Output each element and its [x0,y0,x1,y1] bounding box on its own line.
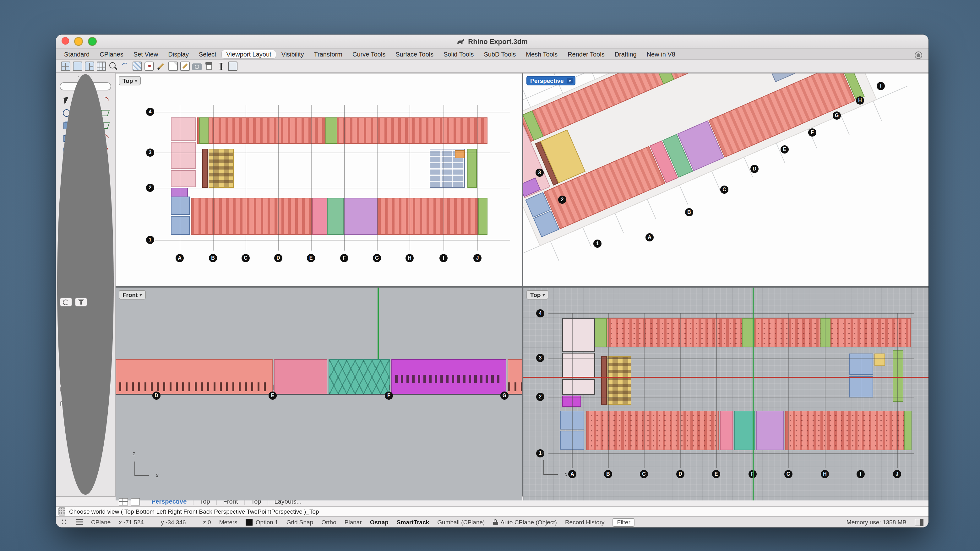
viewport-3pane-icon[interactable] [85,61,94,71]
plan-zone [720,411,733,450]
status-grid-icon[interactable] [61,519,68,526]
title-bar[interactable]: Rhino Export.3dm [56,35,929,49]
viewport-layout-toggle-icon[interactable] [119,498,128,505]
axis-horizontal-label: x [565,472,567,477]
status-toggle[interactable]: Osnap [370,519,388,526]
menu-tab[interactable]: SubD Tools [479,50,520,58]
menu-tab[interactable]: Visibility [277,50,309,58]
circle-center-icon[interactable] [145,61,154,71]
menu-tab[interactable]: Curve Tools [348,50,390,58]
grid-label-bubble: G [833,111,841,120]
menu-tab[interactable]: Select [194,50,221,58]
status-toggle[interactable]: Gumball (CPlane) [437,519,485,526]
status-toggle[interactable]: Filter [613,518,635,527]
osnap-gear-icon[interactable] [103,287,111,295]
status-toggle[interactable]: Auto CPlane (Object) [493,519,557,526]
menu-tab[interactable]: Render Tools [563,50,609,58]
grid-line [444,105,444,251]
grid-line [213,105,213,251]
viewport-title-badge[interactable]: Top ▾ [527,290,549,300]
plan-zone [601,356,607,405]
elevation-segment [391,359,506,394]
layer-menu[interactable]: Option 1 [256,519,278,526]
viewport-front[interactable]: DEFG z x Front ▾ [116,287,522,500]
plan-zone [566,318,911,347]
cplane-menu[interactable]: CPlane [91,519,111,526]
new-page-icon[interactable] [169,61,178,71]
viewport-title-badge[interactable]: Top ▾ [119,76,141,86]
floor-plan-top [116,73,522,286]
panel-toggle-icon[interactable] [915,518,923,526]
menu-tab[interactable]: Set View [129,50,163,58]
grid-line [716,313,717,468]
units-menu[interactable]: Meters [219,519,237,526]
menu-tab[interactable]: Viewport Layout [222,50,276,58]
menu-tab[interactable]: Surface Tools [391,50,438,58]
osnap-filter-button[interactable] [75,298,88,306]
status-bar: CPlane x -71.524 y -34.346 z 0 Meters Op… [56,516,929,527]
plan-zone [478,198,487,235]
grid-label-bubble: D [152,392,161,400]
status-list-icon[interactable] [76,519,83,525]
viewport-perspective[interactable]: IHGFEDCBA 321 Perspective ▾ [523,73,929,286]
grid-label-bubble: G [373,254,381,262]
menu-tab[interactable]: Display [164,50,193,58]
grid-label-bubble: B [685,208,693,216]
hatch-icon[interactable] [132,61,142,71]
camera-icon[interactable] [192,63,202,70]
status-toggle[interactable]: Grid Snap [286,519,313,526]
grid-label-bubble: A [176,254,184,262]
grid-label-bubble: E [307,254,315,262]
plan-zone [455,150,465,158]
viewport-4pane-icon[interactable] [61,61,70,71]
grid-label-bubble: I [857,470,865,478]
osnap-restore-button[interactable] [60,298,72,306]
menu-tab[interactable]: Standard [60,50,94,58]
menu-tab[interactable]: Drafting [610,50,641,58]
viewport-top[interactable]: A B C D [116,73,522,286]
plan-zone [171,170,196,187]
text-cursor-icon[interactable] [216,61,226,71]
viewport-title-badge[interactable]: Front ▾ [119,290,146,300]
close-button[interactable] [62,37,69,44]
menu-tab[interactable]: Mesh Tools [522,50,562,58]
zoom-lens-icon[interactable] [109,61,118,71]
menubar-gear-icon[interactable] [915,51,922,59]
printer-icon[interactable] [204,61,213,71]
viewport-single-toggle-icon[interactable] [130,498,140,505]
cplane-y-axis-line [752,287,754,500]
history-scroll-handle[interactable] [59,507,65,516]
curve-edit-icon[interactable] [121,61,130,71]
grid-line [825,313,826,468]
plan-zone [377,198,478,235]
pen-icon[interactable] [156,61,166,71]
grid-line [788,313,789,468]
picture-frame-icon[interactable] [228,61,237,71]
grid-column: J [897,313,898,468]
chevron-down-icon: ▾ [140,292,142,297]
status-toggle[interactable]: Planar [345,519,362,526]
plan-zone [734,411,755,450]
viewport-top-2[interactable]: A B C D [523,287,929,500]
status-toggle[interactable]: Ortho [321,519,336,526]
menu-tab[interactable]: Solid Tools [439,50,478,58]
viewport-grid-icon[interactable] [97,61,106,71]
zoom-button[interactable] [88,37,97,46]
menu-tab[interactable]: New in V8 [642,50,680,58]
minimize-button[interactable] [74,37,83,46]
grid-label-bubble: C [720,186,729,194]
layer-color-swatch[interactable] [246,519,253,526]
grid-label-bubble: F [340,254,348,262]
viewport-single-icon[interactable] [73,61,82,71]
grid-line [549,313,914,314]
grid-row: 3 [154,152,510,153]
status-toggle[interactable]: SmartTrack [397,519,430,526]
viewport-title-badge[interactable]: Perspective ▾ [527,76,576,86]
rhino-window: Rhino Export.3dm StandardCPlanesSet View… [56,35,929,527]
menu-tab[interactable]: CPlanes [95,50,128,58]
grid-line [549,358,914,359]
menu-tab[interactable]: Transform [310,50,347,58]
layout-edit-icon[interactable] [180,61,190,71]
grid-line [154,152,510,153]
status-toggle[interactable]: Record History [565,519,605,526]
